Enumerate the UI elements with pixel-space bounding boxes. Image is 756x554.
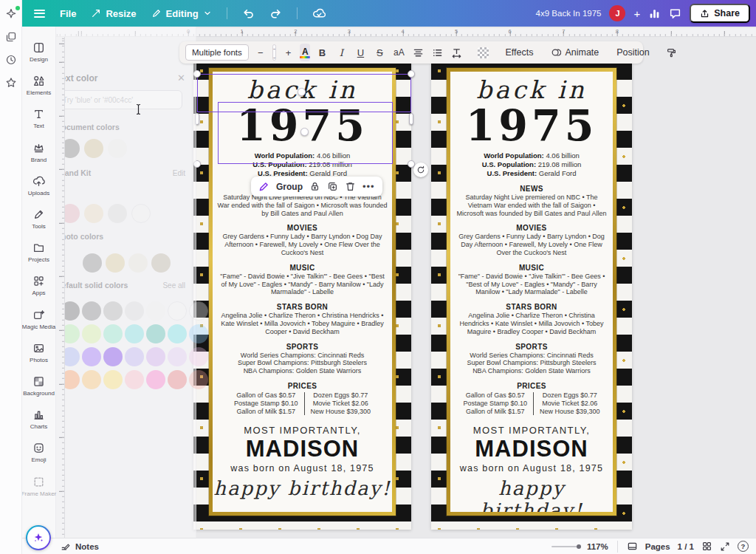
close-icon[interactable]: ✕: [177, 72, 185, 83]
avatar[interactable]: J: [609, 5, 625, 21]
effects-button[interactable]: Effects: [502, 47, 536, 58]
color-swatch[interactable]: [84, 139, 103, 158]
trash-icon[interactable]: [345, 181, 356, 192]
element-center-handle[interactable]: [300, 128, 309, 136]
color-swatch[interactable]: [189, 347, 208, 366]
see-all-link[interactable]: See all: [162, 281, 185, 290]
sidebar-item[interactable]: Frame Maker: [22, 469, 56, 502]
selection-handle-ne[interactable]: [408, 70, 415, 78]
hamburger-icon[interactable]: [34, 7, 45, 19]
color-swatch[interactable]: [151, 253, 171, 273]
sidebar-item[interactable]: Brand: [22, 136, 56, 169]
group-button[interactable]: Group: [276, 182, 303, 192]
poster-name[interactable]: MADISON: [450, 437, 613, 461]
redo-icon[interactable]: [269, 7, 282, 20]
editing-mode-menu[interactable]: Editing: [151, 8, 212, 19]
sidebar-item[interactable]: Photos: [22, 336, 56, 369]
undo-icon[interactable]: [242, 7, 255, 20]
underline-button[interactable]: U: [353, 44, 368, 61]
text-case-button[interactable]: aA: [391, 44, 406, 61]
assistant-sparkle-button[interactable]: [26, 525, 51, 550]
copy-style-roller-icon[interactable]: [664, 44, 679, 61]
poster-page-2[interactable]: back in 1975 World Population: 4.06 bill…: [431, 63, 632, 530]
color-swatch[interactable]: [189, 370, 208, 389]
sidebar-item[interactable]: Design: [22, 35, 56, 69]
text-align-icon[interactable]: [410, 44, 425, 61]
color-swatch[interactable]: [128, 253, 148, 273]
poster-facts[interactable]: World Population: 4.06 billionU.S. Popul…: [450, 151, 613, 178]
poster-sections[interactable]: NEWS Saturday Night Live premiered on NB…: [450, 185, 613, 375]
sidebar-item[interactable]: Emoji: [22, 436, 56, 469]
letter-spacing-icon[interactable]: [449, 44, 464, 61]
add-member-button[interactable]: +: [633, 7, 640, 20]
color-swatch[interactable]: [103, 370, 123, 389]
history-clock-icon[interactable]: [4, 53, 18, 66]
sidebar-item[interactable]: Text: [22, 102, 56, 135]
lock-icon[interactable]: [309, 181, 320, 192]
color-swatch[interactable]: [106, 253, 125, 273]
font-size-decrease-button[interactable]: −: [253, 44, 268, 61]
more-options-icon[interactable]: •••: [362, 181, 375, 192]
poster-most-importantly[interactable]: MOST IMPORTANTLY,: [213, 425, 392, 436]
poster-prices[interactable]: PRICES Gallon of Gas $0.57 Postage Stamp…: [450, 382, 613, 416]
pages-rail-icon[interactable]: [4, 30, 18, 44]
sidebar-item[interactable]: Tools: [22, 202, 56, 236]
color-swatch[interactable]: [82, 347, 101, 366]
color-swatch[interactable]: [146, 347, 165, 366]
file-menu[interactable]: File: [60, 8, 76, 19]
sidebar-item[interactable]: Magic Media: [22, 303, 56, 336]
poster-name[interactable]: MADISON: [213, 437, 392, 461]
color-swatch[interactable]: [125, 301, 144, 321]
color-swatch[interactable]: [108, 139, 127, 158]
star-icon[interactable]: [4, 76, 18, 89]
sidebar-item[interactable]: Projects: [22, 236, 56, 269]
poster-most-importantly[interactable]: MOST IMPORTANTLY,: [450, 425, 613, 436]
poster-wish[interactable]: happy birthday!: [213, 477, 392, 499]
transparency-icon[interactable]: [475, 44, 490, 61]
selection-handle-e[interactable]: [409, 113, 413, 125]
pages-button[interactable]: Pages: [645, 542, 670, 551]
sidebar-item[interactable]: Uploads: [22, 169, 56, 202]
sidebar-item[interactable]: Background: [22, 369, 56, 403]
edit-link[interactable]: Edit: [173, 169, 185, 177]
help-icon[interactable]: ?: [738, 541, 749, 552]
grid-view-icon[interactable]: [701, 541, 712, 552]
edit-pencil-icon[interactable]: [258, 181, 269, 192]
sidebar-item[interactable]: Elements: [22, 69, 56, 102]
color-swatch[interactable]: [125, 324, 144, 343]
color-swatch[interactable]: [189, 324, 208, 343]
color-swatch[interactable]: [168, 370, 187, 389]
document-title[interactable]: 4x9 Back In 1975: [536, 9, 602, 18]
position-button[interactable]: Position: [614, 47, 652, 58]
color-swatch[interactable]: [131, 204, 151, 223]
poster-prices[interactable]: PRICES Gallon of Gas $0.57 Postage Stamp…: [213, 382, 392, 416]
zoom-slider-knob[interactable]: [577, 544, 581, 549]
comments-icon[interactable]: [669, 7, 681, 20]
color-swatch[interactable]: [108, 204, 127, 223]
color-swatch[interactable]: [125, 347, 144, 366]
magic-sparkle-icon[interactable]: [4, 7, 18, 21]
fullscreen-icon[interactable]: [720, 541, 730, 552]
color-swatch[interactable]: [168, 324, 187, 343]
color-swatch[interactable]: [84, 204, 103, 223]
duplicate-icon[interactable]: [327, 181, 338, 192]
color-swatch[interactable]: [146, 324, 165, 343]
color-swatch[interactable]: [168, 301, 187, 321]
insights-icon[interactable]: [648, 7, 661, 20]
zoom-slider[interactable]: [551, 546, 580, 547]
color-swatch[interactable]: [146, 301, 165, 321]
color-swatch[interactable]: [82, 324, 101, 343]
rotate-handle[interactable]: [413, 163, 428, 177]
color-swatch[interactable]: [125, 370, 144, 389]
sidebar-item[interactable]: Apps: [22, 269, 56, 302]
list-icon[interactable]: [430, 44, 444, 61]
color-swatch[interactable]: [103, 301, 123, 321]
poster-year[interactable]: 1975: [450, 106, 613, 145]
share-button[interactable]: Share: [690, 4, 750, 23]
font-family-select[interactable]: Multiple fonts: [185, 44, 249, 61]
poster-born-line[interactable]: was born on August 18, 1975: [213, 463, 392, 473]
font-size-increase-button[interactable]: +: [281, 44, 295, 61]
font-size-input[interactable]: --: [272, 44, 277, 61]
color-swatch[interactable]: [103, 324, 123, 343]
resize-menu[interactable]: Resize: [91, 8, 136, 19]
